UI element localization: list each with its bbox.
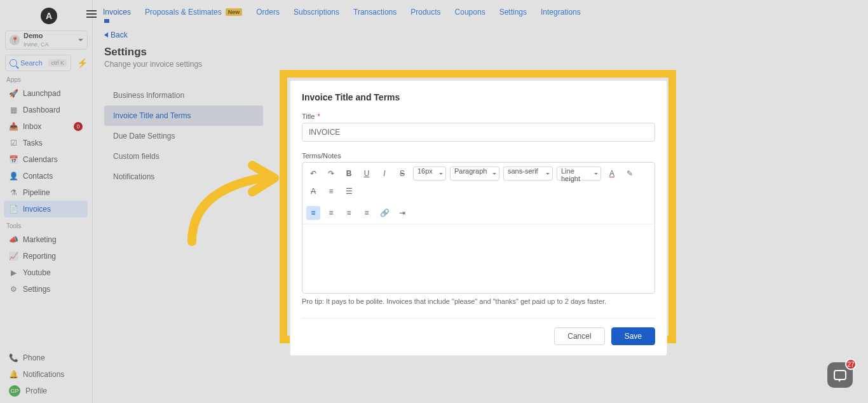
back-link[interactable]: Back	[104, 31, 868, 39]
user-icon: 👤	[9, 172, 18, 181]
save-button[interactable]: Save	[611, 327, 655, 345]
vtab-due-date[interactable]: Due Date Settings	[104, 126, 263, 146]
align-right-button[interactable]: ≡	[342, 206, 356, 220]
grid-icon: ▦	[9, 106, 18, 114]
strikethrough-button[interactable]: S	[395, 167, 409, 181]
tab-label: Subscriptions	[294, 8, 339, 17]
tab-settings[interactable]: Settings	[499, 8, 527, 17]
paragraph-select[interactable]: Paragraph	[450, 167, 499, 181]
sidebar-item-invoices[interactable]: 📄Invoices	[4, 201, 88, 217]
sidebar-item-label: Invoices	[23, 205, 51, 214]
font-family-select[interactable]: sans-serif	[503, 167, 553, 181]
sidebar-item-settings[interactable]: ⚙Settings	[4, 281, 88, 297]
apps-section-label: Apps	[6, 76, 21, 83]
chat-button[interactable]: 27	[827, 362, 853, 388]
sidebar-item-profile[interactable]: GPProfile	[4, 383, 88, 399]
sidebar-item-label: Dashboard	[23, 106, 60, 114]
tab-label: Orders	[256, 8, 280, 17]
tab-label: Proposals & Estimates	[145, 8, 222, 17]
bold-button[interactable]: B	[342, 167, 356, 181]
tools-nav: 📣Marketing 📈Reporting ▶Youtube ⚙Settings	[4, 231, 88, 297]
title-input[interactable]	[302, 123, 655, 142]
vtab-custom-fields[interactable]: Custom fields	[104, 146, 263, 167]
sidebar-item-label: Reporting	[23, 252, 56, 261]
sidebar-item-label: Marketing	[23, 235, 57, 244]
text-color-button[interactable]: A	[605, 167, 619, 181]
hamburger-menu[interactable]	[86, 10, 97, 18]
sidebar-item-label: Profile	[25, 386, 47, 395]
search-placeholder: Search	[20, 59, 43, 67]
panel-heading: Invoice Title and Terms	[302, 92, 655, 102]
font-size-select[interactable]: 16px	[413, 167, 446, 181]
divider	[302, 318, 655, 318]
tab-integrations[interactable]: Integrations	[541, 8, 581, 17]
editor-textarea[interactable]	[302, 224, 654, 293]
vtab-notifications[interactable]: Notifications	[104, 167, 263, 187]
sidebar-item-calendars[interactable]: 📅Calendars	[4, 151, 88, 168]
quick-action-button[interactable]: ⚡	[76, 55, 88, 71]
inbox-icon: 📥	[9, 122, 18, 131]
ordered-list-button[interactable]: ≡	[324, 184, 338, 198]
tab-transactions[interactable]: Transactions	[353, 8, 397, 17]
terms-field-label: Terms/Notes	[302, 152, 655, 160]
chat-notification-badge: 27	[845, 359, 857, 370]
app-logo: A	[41, 8, 57, 24]
vtab-invoice-title-terms[interactable]: Invoice Title and Terms	[104, 106, 263, 126]
sidebar-item-marketing[interactable]: 📣Marketing	[4, 231, 88, 248]
search-input[interactable]: Search ctrl K	[5, 55, 71, 71]
tab-orders[interactable]: Orders	[256, 8, 280, 17]
align-justify-button[interactable]: ≡	[360, 206, 374, 220]
sidebar-item-phone[interactable]: 📞Phone	[4, 350, 88, 366]
sidebar-item-dashboard[interactable]: ▦Dashboard	[4, 102, 88, 118]
tab-label: Settings	[499, 8, 527, 17]
clear-format-button[interactable]: A	[306, 184, 320, 198]
sidebar-item-contacts[interactable]: 👤Contacts	[4, 168, 88, 184]
select-value: 16px	[417, 167, 433, 175]
underline-button[interactable]: U	[360, 167, 374, 181]
bell-icon: 🔔	[9, 370, 18, 379]
link-button[interactable]: 🔗	[377, 206, 391, 220]
arrow-left-icon	[104, 32, 108, 38]
vtab-label: Custom fields	[113, 152, 159, 161]
account-selector[interactable]: 📍 Demo Irvine, CA	[5, 31, 88, 50]
rocket-icon: 🚀	[9, 89, 18, 98]
italic-button[interactable]: I	[377, 167, 391, 181]
sidebar-item-tasks[interactable]: ☑Tasks	[4, 135, 88, 151]
select-value: Line height	[561, 167, 580, 182]
sidebar-item-label: Notifications	[23, 370, 64, 379]
doc-icon: 📄	[9, 205, 18, 214]
sidebar-item-notifications[interactable]: 🔔Notifications	[4, 366, 88, 383]
sidebar-item-pipeline[interactable]: ⚗Pipeline	[4, 184, 88, 201]
align-center-button[interactable]: ≡	[324, 206, 338, 220]
sidebar-item-label: Settings	[23, 285, 50, 294]
sidebar-item-label: Pipeline	[23, 188, 50, 197]
tab-label: Invoices	[103, 8, 131, 17]
apps-nav: 🚀Launchpad ▦Dashboard 📥Inbox0 ☑Tasks 📅Ca…	[4, 85, 88, 217]
avatar: GP	[9, 385, 20, 397]
undo-button[interactable]: ↶	[306, 167, 320, 181]
sidebar-item-label: Contacts	[23, 172, 53, 181]
unlink-button[interactable]: ⇥	[395, 206, 409, 220]
vtab-business-info[interactable]: Business Information	[104, 85, 263, 106]
line-height-select[interactable]: Line height	[557, 167, 601, 181]
highlight-button[interactable]: ✎	[623, 167, 637, 181]
tab-proposals[interactable]: Proposals & EstimatesNew	[145, 8, 242, 17]
unordered-list-button[interactable]: ☰	[342, 184, 356, 198]
sidebar-item-youtube[interactable]: ▶Youtube	[4, 264, 88, 281]
account-location: Irvine, CA	[24, 41, 49, 48]
redo-button[interactable]: ↷	[324, 167, 338, 181]
sidebar-item-reporting[interactable]: 📈Reporting	[4, 248, 88, 264]
vtab-label: Business Information	[113, 91, 184, 100]
search-icon	[10, 59, 17, 67]
align-left-button[interactable]: ≡	[306, 206, 320, 220]
sidebar-item-inbox[interactable]: 📥Inbox0	[4, 118, 88, 135]
cancel-button[interactable]: Cancel	[554, 327, 604, 345]
tab-subscriptions[interactable]: Subscriptions	[294, 8, 339, 17]
sidebar-item-launchpad[interactable]: 🚀Launchpad	[4, 85, 88, 102]
tab-products[interactable]: Products	[410, 8, 440, 17]
sidebar-item-label: Launchpad	[23, 89, 60, 98]
tab-invoices[interactable]: Invoices	[103, 8, 131, 17]
rich-text-editor: ↶ ↷ B U I S 16px Paragraph sans-serif Li…	[302, 162, 655, 294]
tab-coupons[interactable]: Coupons	[455, 8, 485, 17]
editor-toolbar: ↶ ↷ B U I S 16px Paragraph sans-serif Li…	[302, 163, 654, 224]
